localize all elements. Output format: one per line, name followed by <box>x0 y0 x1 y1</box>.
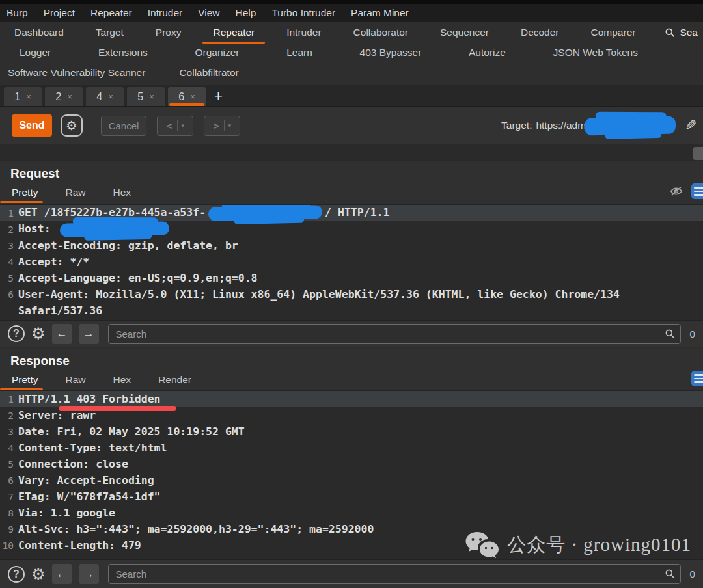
menu-item-view[interactable]: View <box>198 7 219 19</box>
search-next-button[interactable]: → <box>79 564 99 584</box>
tab-extensions[interactable]: Extensions <box>96 44 150 61</box>
close-icon[interactable]: × <box>149 92 154 101</box>
menu-item-param-miner[interactable]: Param Miner <box>351 7 409 19</box>
send-button[interactable]: Send <box>12 114 52 137</box>
tab-search[interactable]: Sea <box>665 27 698 38</box>
response-line: 6Vary: Accept-Encoding <box>0 472 703 488</box>
scrollbar-handle[interactable] <box>693 147 703 160</box>
close-icon[interactable]: × <box>108 92 113 101</box>
tab-intruder[interactable]: Intruder <box>284 24 324 41</box>
tab-comparer[interactable]: Comparer <box>588 24 639 41</box>
response-tab-pretty[interactable]: Pretty <box>10 374 39 386</box>
repeater-tab-6[interactable]: 6× <box>168 87 206 106</box>
search-prev-button[interactable]: ← <box>52 564 72 584</box>
search-settings-gear-icon[interactable]: ⚙ <box>31 325 46 343</box>
edit-pencil-icon[interactable]: ✎ <box>685 117 696 134</box>
tab-dashboard[interactable]: Dashboard <box>12 24 66 41</box>
request-tab-pretty[interactable]: Pretty <box>10 187 39 198</box>
menu-item-burp[interactable]: Burp <box>7 7 28 19</box>
inspector-icon[interactable] <box>691 183 703 199</box>
request-line: Safari/537.36 <box>0 302 703 319</box>
tab-organizer[interactable]: Organizer <box>192 44 241 61</box>
repeater-tab-2[interactable]: 2× <box>45 87 83 106</box>
request-search-input[interactable] <box>108 324 681 344</box>
line-number: 6 <box>0 475 18 486</box>
line-number: 1 <box>0 208 18 219</box>
red-underlined-text: 403 Forbidden <box>76 393 160 405</box>
response-search-input[interactable] <box>108 564 681 584</box>
response-line: 4Content-Type: text/html <box>0 440 703 456</box>
tab-decoder[interactable]: Decoder <box>518 24 562 41</box>
line-number: 7 <box>0 492 18 502</box>
search-next-button[interactable]: → <box>79 324 99 344</box>
chevron-left-icon: < <box>162 120 177 131</box>
response-tab-hex[interactable]: Hex <box>112 374 133 386</box>
close-icon[interactable]: × <box>67 92 72 101</box>
response-tab-render[interactable]: Render <box>157 374 193 386</box>
response-line-text: Server: rawr <box>18 409 96 421</box>
repeater-toolbar: Send ⚙ Cancel < ▾ > ▾ Target: https://ad… <box>0 107 703 144</box>
request-search-bar: ? ⚙ ← → 0 <box>0 320 703 347</box>
help-icon[interactable]: ? <box>8 566 25 583</box>
response-tab-raw[interactable]: Raw <box>64 374 87 386</box>
tab-software-vulnerability-scanner[interactable]: Software Vulnerability Scanner <box>5 64 148 81</box>
response-line-text: Vary: Accept-Encoding <box>18 474 154 487</box>
line-number: 10 <box>0 541 18 551</box>
watermark-text: 公众号 · growing0101 <box>507 532 691 558</box>
code-segment: / HTTP/1.1 <box>325 206 389 219</box>
menu-item-repeater[interactable]: Repeater <box>90 7 132 19</box>
help-icon[interactable]: ? <box>8 325 25 342</box>
cancel-button[interactable]: Cancel <box>101 116 146 136</box>
close-icon[interactable]: × <box>190 92 195 101</box>
response-line-text: Content-Length: 479 <box>18 539 141 552</box>
line-number: 5 <box>0 459 18 470</box>
repeater-tab-4[interactable]: 4× <box>86 87 124 106</box>
code-segment: User-Agent: Mozilla/5.0 (X11; Linux x86_… <box>18 288 620 301</box>
tab-403-bypasser[interactable]: 403 Bypasser <box>357 44 424 61</box>
tab-collaborator[interactable]: Collaborator <box>351 24 411 41</box>
gear-icon[interactable]: ⚙ <box>61 114 83 137</box>
search-icon <box>665 328 675 339</box>
request-tab-hex[interactable]: Hex <box>112 187 133 198</box>
code-segment: ETag: W/"678f7a54-1df" <box>18 490 161 503</box>
next-request-button[interactable]: > ▾ <box>204 116 240 136</box>
repeater-tab-1[interactable]: 1× <box>4 87 42 106</box>
target-url: https://admi <box>536 120 588 131</box>
tab-json-web-tokens[interactable]: JSON Web Tokens <box>551 44 641 61</box>
menu-bar: BurpProjectRepeaterIntruderViewHelpTurbo… <box>0 0 703 22</box>
tab-repeater[interactable]: Repeater <box>210 24 257 41</box>
inspector-icon[interactable] <box>691 371 703 386</box>
request-tab-raw[interactable]: Raw <box>64 187 87 198</box>
response-panel: Response PrettyRawHexRender 1HTTP/1.1 40… <box>0 349 703 559</box>
menu-item-help[interactable]: Help <box>236 7 256 19</box>
response-search-bar: ? ⚙ ← → 0 <box>0 559 703 588</box>
hide-eye-icon[interactable] <box>669 184 683 198</box>
prev-request-button[interactable]: < ▾ <box>157 116 193 136</box>
menu-item-intruder[interactable]: Intruder <box>148 7 182 19</box>
tab-logger[interactable]: Logger <box>17 44 53 61</box>
tab-collabfiltrator[interactable]: Collabfiltrator <box>176 64 241 81</box>
menu-item-turbo-intruder[interactable]: Turbo Intruder <box>271 7 335 19</box>
response-line: 8Via: 1.1 google <box>0 505 703 521</box>
add-tab-button[interactable]: + <box>209 88 228 106</box>
tab-target[interactable]: Target <box>93 24 126 41</box>
line-number: 6 <box>0 289 18 300</box>
tab-learn[interactable]: Learn <box>284 44 315 61</box>
tab-search-label: Sea <box>680 27 698 38</box>
repeater-tab-5[interactable]: 5× <box>127 87 165 106</box>
search-prev-button[interactable]: ← <box>52 324 72 344</box>
request-line: 5Accept-Language: en-US;q=0.9,en;q=0.8 <box>0 270 703 286</box>
tab-sequencer[interactable]: Sequencer <box>437 24 491 41</box>
tab-proxy[interactable]: Proxy <box>153 24 184 41</box>
search-settings-gear-icon[interactable]: ⚙ <box>31 565 46 583</box>
tab-autorize[interactable]: Autorize <box>466 44 508 61</box>
request-line-text: User-Agent: Mozilla/5.0 (X11; Linux x86_… <box>18 288 620 301</box>
code-segment: Safari/537.36 <box>18 304 102 317</box>
request-editor[interactable]: 1GET /18f5227b-e27b-445a-a53f-/ HTTP/1.1… <box>0 204 703 320</box>
redaction-scribble <box>59 221 169 237</box>
target-field[interactable]: Target: https://admi <box>501 117 676 135</box>
close-icon[interactable]: × <box>26 92 31 101</box>
code-segment: Accept: */* <box>18 256 89 268</box>
request-panel: Request PrettyRawHex 1GET /18f5227b-e27b… <box>0 161 703 320</box>
menu-item-project[interactable]: Project <box>44 7 75 19</box>
